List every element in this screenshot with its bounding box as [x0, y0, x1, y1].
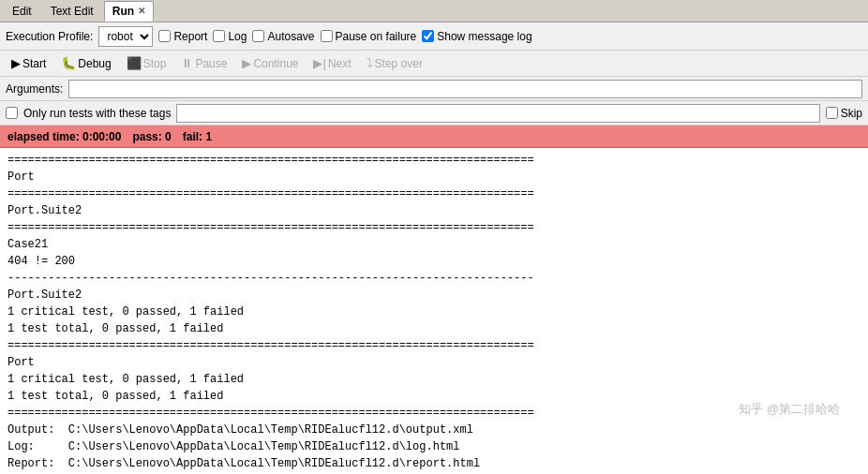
tab-edit[interactable]: Edit [4, 1, 40, 22]
debug-icon: 🐛 [61, 56, 76, 70]
tab-edit-label: Edit [12, 5, 32, 18]
report-label: Report [173, 30, 207, 43]
output-area[interactable]: ========================================… [0, 148, 868, 474]
pause-icon: ⏸ [181, 56, 193, 70]
tab-run-label: Run [112, 5, 134, 18]
tab-text-edit-label: Text Edit [51, 5, 94, 18]
stop-label: Stop [143, 57, 167, 70]
toolbar2: ▶ Start 🐛 Debug ⬛ Stop ⏸ Pause ▶ Continu… [0, 51, 868, 77]
next-button[interactable]: ▶| Next [307, 55, 356, 71]
skip-item: Skip [826, 107, 862, 120]
start-icon: ▶ [11, 56, 21, 70]
autosave-checkbox-item: Autosave [252, 30, 314, 43]
pause-button[interactable]: ⏸ Pause [175, 55, 232, 71]
log-checkbox-item: Log [213, 30, 247, 43]
tab-text-edit[interactable]: Text Edit [42, 1, 102, 22]
debug-button[interactable]: 🐛 Debug [55, 55, 116, 71]
start-label: Start [22, 57, 46, 70]
pause-on-failure-label: Pause on failure [336, 30, 417, 43]
skip-label: Skip [841, 107, 862, 120]
log-checkbox[interactable] [213, 30, 225, 42]
args-row: Arguments: [0, 77, 868, 101]
tags-checkbox[interactable] [6, 107, 18, 119]
tab-close-icon[interactable]: ✕ [138, 6, 145, 16]
pause-on-failure-checkbox[interactable] [321, 30, 333, 42]
tags-row: Only run tests with these tags Skip [0, 101, 868, 126]
status-bar: elapsed time: 0:00:00 pass: 0 fail: 1 [0, 126, 868, 148]
next-icon: ▶| [313, 56, 325, 70]
exec-profile-label: Execution Profile: [6, 30, 93, 43]
fail-count: fail: 1 [183, 130, 212, 143]
show-message-log-checkbox-item: Show message log [422, 30, 531, 43]
step-over-icon: ⤵ [367, 56, 373, 70]
autosave-label: Autosave [267, 30, 314, 43]
tags-label: Only run tests with these tags [23, 107, 171, 120]
report-checkbox[interactable] [158, 30, 171, 42]
pass-count: pass: 0 [132, 130, 171, 143]
continue-label: Continue [253, 57, 298, 70]
elapsed-time: elapsed time: 0:00:00 [7, 130, 121, 143]
stop-icon: ⬛ [127, 56, 142, 70]
toolbar1: Execution Profile: robot Report Log Auto… [0, 22, 868, 51]
args-input[interactable] [68, 80, 862, 98]
step-over-label: Step over [375, 57, 423, 70]
continue-button[interactable]: ▶ Continue [236, 55, 304, 71]
next-label: Next [328, 57, 352, 70]
pause-label: Pause [195, 57, 227, 70]
tags-input[interactable] [176, 104, 819, 123]
start-button[interactable]: ▶ Start [6, 55, 52, 71]
tab-run[interactable]: Run ✕ [104, 1, 154, 22]
continue-icon: ▶ [242, 56, 251, 70]
main-content: Execution Profile: robot Report Log Auto… [0, 22, 868, 474]
stop-button[interactable]: ⬛ Stop [121, 55, 172, 71]
debug-label: Debug [78, 57, 111, 70]
skip-checkbox[interactable] [826, 107, 838, 119]
tab-bar: Edit Text Edit Run ✕ [0, 0, 868, 22]
args-label: Arguments: [6, 82, 63, 96]
step-over-button[interactable]: ⤵ Step over [361, 55, 428, 71]
exec-profile-select[interactable]: robot [98, 26, 153, 47]
pause-on-failure-checkbox-item: Pause on failure [321, 30, 417, 43]
show-message-log-label: Show message log [437, 30, 531, 43]
autosave-checkbox[interactable] [252, 30, 264, 42]
log-label: Log [228, 30, 247, 43]
report-checkbox-item: Report [158, 30, 207, 43]
show-message-log-checkbox[interactable] [422, 30, 434, 42]
